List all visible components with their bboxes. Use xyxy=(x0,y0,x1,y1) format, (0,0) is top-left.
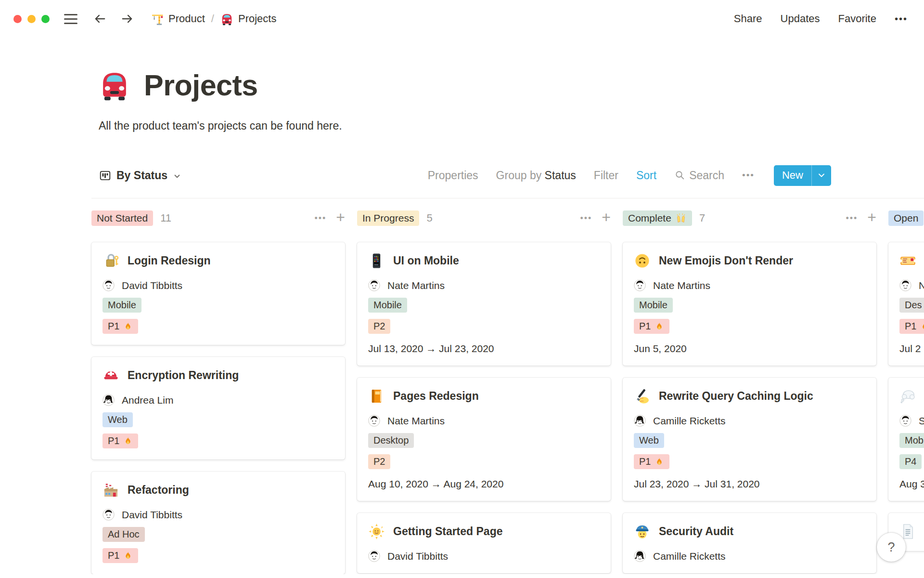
favorite-button[interactable]: Favorite xyxy=(838,13,876,25)
card-date-range: Aug 3 xyxy=(899,478,924,490)
filter-button[interactable]: Filter xyxy=(594,169,618,182)
view-switcher[interactable]: By Status xyxy=(99,169,182,182)
group-by-button[interactable]: Group by Status xyxy=(496,169,576,182)
close-window-button[interactable] xyxy=(13,15,22,23)
tag-ad-hoc: Ad Hoc xyxy=(103,527,145,542)
tag-label: P4 xyxy=(905,456,916,467)
column-header: Not Started11•••+ xyxy=(91,206,345,230)
card-tag-row: Mobile xyxy=(103,298,334,313)
card-tag-row: Web xyxy=(634,433,865,448)
card-title: UI on Mobile xyxy=(393,254,459,267)
page-emoji-car-icon[interactable] xyxy=(99,69,130,101)
tag-label: Ad Hoc xyxy=(108,529,140,540)
column-actions: •••+ xyxy=(314,211,345,225)
back-icon[interactable] xyxy=(93,12,107,26)
tag-label: Web xyxy=(639,435,659,446)
new-button[interactable]: New xyxy=(774,165,831,186)
sun-icon xyxy=(368,523,385,540)
column-actions: •••+ xyxy=(580,211,611,225)
card-title-row: New Emojis Don't Render xyxy=(634,252,865,269)
minimize-window-button[interactable] xyxy=(27,15,36,23)
column-status-badge[interactable]: Complete xyxy=(623,210,692,226)
window-more-button[interactable]: ••• xyxy=(895,13,908,25)
column-add-button[interactable]: + xyxy=(602,210,611,225)
card-assignee: Nate Martins xyxy=(368,415,600,427)
avatar xyxy=(368,279,380,291)
fire-icon xyxy=(654,322,664,331)
card-date-range: Jul 23, 2020 → Jul 31, 2020 xyxy=(634,478,865,490)
card-assignee: Camille Ricketts xyxy=(634,550,865,562)
sort-button[interactable]: Sort xyxy=(636,169,656,182)
tag-label: Web xyxy=(108,414,128,425)
avatar xyxy=(103,394,115,406)
updates-button[interactable]: Updates xyxy=(781,13,820,25)
column-status-badge[interactable]: Not Started xyxy=(91,210,153,226)
tag-p2: P2 xyxy=(368,454,390,469)
card-date-range: Jul 2 xyxy=(899,343,924,355)
project-card-getting-started-page[interactable]: Getting Started PageDavid Tibbitts xyxy=(357,513,611,573)
card-date-range: Jun 5, 2020 xyxy=(634,343,865,355)
tag-des: Des xyxy=(899,298,924,313)
column-count: 5 xyxy=(426,212,432,224)
tag-p1: P1 xyxy=(103,319,138,334)
column-header: Open•••+ xyxy=(888,206,924,230)
breadcrumb-item-projects[interactable]: Projects xyxy=(220,13,276,26)
assignee-name: David Tibbitts xyxy=(122,509,182,521)
card-tag-row: Mobile xyxy=(634,298,865,313)
tag-mobile: Mobile xyxy=(634,298,673,313)
column-more-button[interactable]: ••• xyxy=(846,213,858,223)
tag-web: Web xyxy=(103,412,133,427)
card-tag-row: P1 xyxy=(103,434,334,448)
tag-label: P2 xyxy=(373,456,385,467)
column-status-label: Complete xyxy=(628,212,671,224)
project-card-encryption-rewriting[interactable]: Encryption RewritingAndrea LimWebP1 xyxy=(91,357,345,460)
avatar xyxy=(899,279,911,291)
project-card-rewrite-query-caching-logic[interactable]: Rewrite Query Caching LogicCamille Ricke… xyxy=(623,378,876,501)
board-column-open: Open•••+PNDesP1Jul 2CSMobP4Aug 3N xyxy=(888,206,924,551)
new-dropdown-button[interactable] xyxy=(811,165,831,186)
card-tag-row: P1 xyxy=(103,548,334,563)
properties-button[interactable]: Properties xyxy=(428,169,478,182)
search-button[interactable]: Search xyxy=(674,169,724,182)
fire-icon xyxy=(920,322,924,331)
hands-icon xyxy=(675,212,687,224)
forward-icon[interactable] xyxy=(120,12,134,26)
card-title: Encryption Rewriting xyxy=(128,369,239,382)
lock-icon xyxy=(103,252,119,269)
toolbar-more-button[interactable]: ••• xyxy=(742,170,755,181)
fire-icon xyxy=(123,551,133,561)
board-column-not-started: Not Started11•••+Login RedesignDavid Tib… xyxy=(91,206,345,574)
help-button[interactable]: ? xyxy=(877,533,906,562)
card-tag-row: Ad Hoc xyxy=(103,527,334,542)
project-card-pages-redesign[interactable]: Pages RedesignNate MartinsDesktopP2Aug 1… xyxy=(357,378,611,501)
tag-mob: Mob xyxy=(899,433,924,448)
project-card-c[interactable]: CSMobP4Aug 3 xyxy=(888,378,924,501)
card-tag-row: P2 xyxy=(368,319,600,334)
card-title-row: Refactoring xyxy=(103,482,334,499)
column-status-badge[interactable]: In Progress xyxy=(357,210,419,226)
column-more-button[interactable]: ••• xyxy=(580,213,592,223)
factory-icon xyxy=(103,482,119,499)
project-card-security-audit[interactable]: Security AuditCamille Ricketts xyxy=(623,513,876,573)
column-add-button[interactable]: + xyxy=(336,210,345,225)
project-card-p[interactable]: PNDesP1Jul 2 xyxy=(888,242,924,366)
project-card-new-emojis-don-t-render[interactable]: New Emojis Don't RenderNate MartinsMobil… xyxy=(623,242,876,366)
project-card-login-redesign[interactable]: Login RedesignDavid TibbittsMobileP1 xyxy=(91,242,345,345)
zoom-window-button[interactable] xyxy=(41,15,50,23)
column-more-button[interactable]: ••• xyxy=(314,213,326,223)
project-card-refactoring[interactable]: RefactoringDavid TibbittsAd HocP1 xyxy=(91,472,345,574)
board-column-complete: Complete7•••+New Emojis Don't RenderNate… xyxy=(623,206,876,573)
view-name: By Status xyxy=(116,169,167,182)
project-card-ui-on-mobile[interactable]: UI on MobileNate MartinsMobileP2Jul 13, … xyxy=(357,242,611,366)
card-title-row: Getting Started Page xyxy=(368,523,600,540)
column-add-button[interactable]: + xyxy=(867,210,876,225)
upside-icon xyxy=(634,252,651,269)
breadcrumb-item-product[interactable]: Product xyxy=(151,13,205,26)
card-title: Login Redesign xyxy=(128,254,211,267)
breadcrumb-label: Product xyxy=(168,13,205,25)
share-button[interactable]: Share xyxy=(734,13,762,25)
avatar xyxy=(103,279,115,291)
search-icon xyxy=(674,170,686,181)
sidebar-menu-icon[interactable] xyxy=(64,14,77,24)
column-status-badge[interactable]: Open xyxy=(888,210,924,226)
